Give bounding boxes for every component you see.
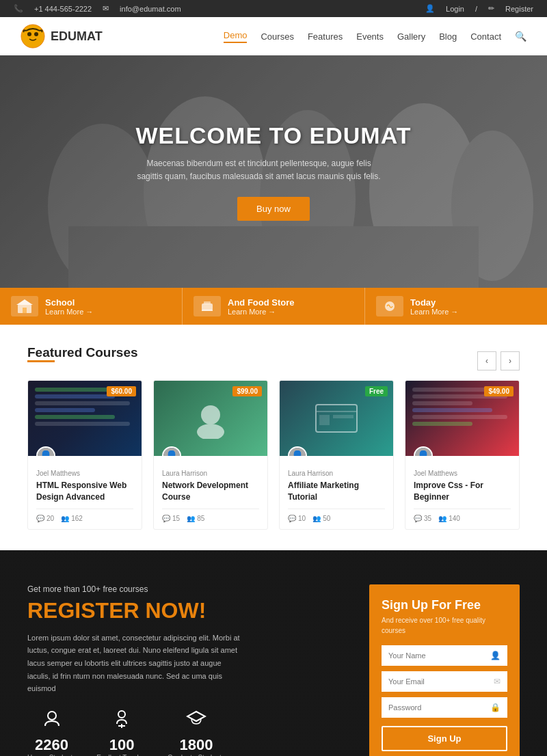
comment-icon: 💬 (162, 515, 170, 522)
instructor-name-1: Joel Matthews (36, 470, 133, 477)
category-food[interactable]: And Food Store Learn More → (183, 288, 365, 325)
course-title-4[interactable]: Improve Css - For Beginner (414, 480, 511, 503)
code-line (35, 408, 95, 412)
comment-count-4: 💬 35 (414, 515, 431, 522)
students-count: 2260 (27, 736, 76, 754)
svg-rect-21 (319, 415, 330, 425)
school-text: School Learn More → (45, 297, 93, 316)
comment-icon: 💬 (414, 515, 422, 522)
lock-icon: 🔒 (490, 703, 501, 712)
svg-rect-9 (68, 226, 479, 288)
course-title-3[interactable]: Affiliate Marketing Tutorial (288, 480, 385, 503)
code-line (412, 415, 507, 419)
signup-button[interactable]: Sign Up (382, 726, 507, 751)
category-school[interactable]: School Learn More → (0, 288, 183, 325)
email-icon: ✉ (103, 4, 109, 13)
register-label: Get more than 100+ free courses (27, 584, 342, 594)
nav-gallery[interactable]: Gallery (397, 31, 425, 42)
code-line (412, 408, 492, 412)
teachers-count: 100 (96, 736, 147, 754)
teachers-icon (96, 709, 147, 733)
student-count-3: 👥 50 (312, 515, 330, 522)
register-link[interactable]: Register (505, 5, 533, 13)
nav-blog[interactable]: Blog (439, 31, 457, 42)
svg-rect-12 (23, 308, 27, 313)
instructor-avatar-1: 👤 (36, 446, 55, 456)
course-meta-3: 💬 10 👥 50 (288, 509, 385, 522)
course-title-2[interactable]: Network Development Course (162, 480, 259, 503)
hero-subtitle: Maecenas bibendum est et tincidunt pelle… (136, 157, 382, 183)
nav-contact[interactable]: Contact (470, 31, 501, 42)
category-today[interactable]: Today Learn More → (365, 288, 547, 325)
svg-rect-22 (333, 415, 353, 418)
course-title-1[interactable]: HTML Responsive Web Design Advanced (36, 480, 133, 503)
name-icon: 👤 (490, 651, 501, 660)
course-card-1: $60.00 👤 Joel Matthews HTML Responsive W… (27, 380, 142, 530)
code-line (35, 415, 115, 419)
instructor-name-4: Joel Matthews (414, 470, 511, 477)
register-section: Get more than 100+ free courses REGISTER… (0, 550, 547, 756)
price-badge-2: $99.00 (232, 386, 262, 396)
code-line (35, 401, 130, 405)
password-input[interactable] (388, 703, 490, 712)
nav-features[interactable]: Features (308, 31, 343, 42)
hero-section: WELCOME TO EDUMAT Maecenas bibendum est … (0, 55, 547, 288)
name-input[interactable] (388, 651, 490, 660)
price-badge-4: $49.00 (484, 386, 513, 396)
email-icon: ✉ (494, 677, 501, 686)
top-bar-left: 📞 +1 444-565-2222 ✉ info@edumat.com (14, 4, 181, 13)
course-thumb-4: $49.00 👤 (405, 381, 519, 456)
name-field: 👤 (382, 645, 507, 666)
edit-icon: ✏ (488, 4, 494, 13)
stat-teachers: 100 Exellent Teacher (96, 709, 147, 756)
buy-now-button[interactable]: Buy now (237, 197, 310, 221)
comment-count-1: 💬 20 (36, 515, 54, 522)
today-learn-more[interactable]: Learn More → (410, 308, 458, 316)
login-link[interactable]: Login (446, 5, 464, 13)
svg-point-18 (197, 424, 224, 439)
price-badge-3: Free (365, 386, 388, 396)
next-arrow[interactable]: › (501, 351, 520, 370)
prev-arrow[interactable]: ‹ (477, 351, 496, 370)
svg-point-24 (118, 711, 125, 718)
signup-form: 👤 ✉ 🔒 Sign Up (382, 645, 507, 751)
student-icon: 👥 (438, 515, 446, 522)
svg-marker-11 (16, 299, 33, 305)
course-body-2: Laura Harrison Network Development Cours… (154, 456, 267, 529)
instructor-name-3: Laura Harrison (288, 470, 385, 477)
student-count-1: 👥 162 (61, 515, 83, 522)
graduates-count: 1800 (168, 736, 225, 754)
logo-text: EDUMAT (51, 29, 103, 44)
search-icon[interactable]: 🔍 (515, 31, 526, 42)
section-underline (27, 360, 55, 362)
student-count-2: 👥 85 (187, 515, 204, 522)
svg-point-1 (27, 32, 31, 36)
food-learn-more[interactable]: Learn More → (228, 308, 295, 316)
carousel-arrows: ‹ › (477, 351, 520, 370)
top-bar-right: 👤 Login / ✏ Register (425, 4, 533, 13)
hero-title: WELCOME TO EDUMAT (136, 122, 412, 149)
student-icon: 👥 (312, 515, 321, 522)
register-title: REGISTER NOW! (27, 598, 342, 623)
student-count-4: 👥 140 (438, 515, 460, 522)
logo[interactable]: EDUMAT (21, 24, 103, 49)
hero-content: WELCOME TO EDUMAT Maecenas bibendum est … (136, 122, 412, 221)
email-input[interactable] (388, 677, 494, 686)
school-learn-more[interactable]: Learn More → (45, 308, 93, 316)
nav-events[interactable]: Events (356, 31, 384, 42)
graduates-icon (168, 709, 225, 733)
nav-demo[interactable]: Demo (224, 30, 248, 43)
stat-students: 2260 Happy Students (27, 709, 76, 756)
register-left: Get more than 100+ free courses REGISTER… (27, 584, 342, 756)
section-header: Featured Courses ‹ › (27, 345, 520, 376)
password-field: 🔒 (382, 697, 507, 718)
svg-point-2 (34, 32, 38, 36)
register-description: Lorem ipsum dolor sit amet, consectetur … (27, 632, 246, 695)
category-bar: School Learn More → And Food Store Learn… (0, 288, 547, 325)
instructor-avatar-4: 👤 (414, 446, 433, 456)
stat-graduates: 1800 Graduate Students (168, 709, 225, 756)
course-card-4: $49.00 👤 Joel Matthews Improve Css - For… (405, 380, 520, 530)
course-meta-1: 💬 20 👥 162 (36, 509, 133, 522)
svg-point-17 (201, 405, 220, 424)
nav-courses[interactable]: Courses (261, 31, 293, 42)
